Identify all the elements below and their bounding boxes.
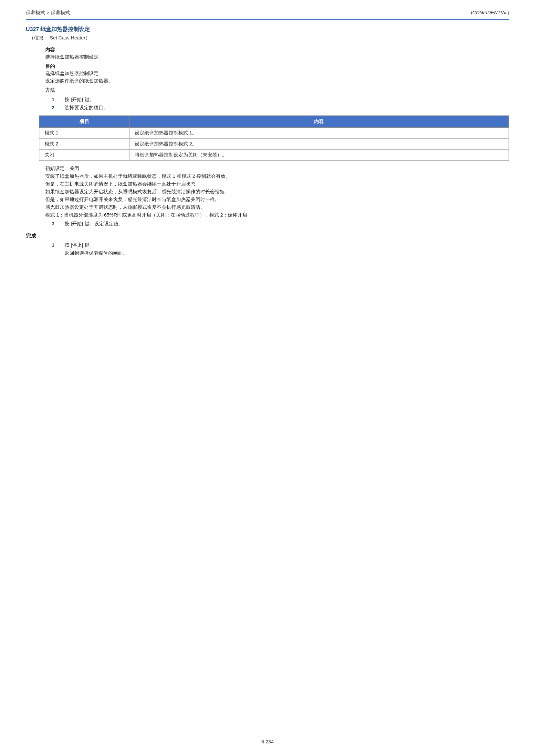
section-subtitle: （信息： Set Cass Heater） bbox=[29, 35, 509, 41]
method-block: 方法 bbox=[45, 87, 509, 93]
step-3-text: 按 [开始] 键。设定设定值。 bbox=[65, 221, 509, 227]
page-number: 6-234 bbox=[261, 739, 274, 744]
content-block: 内容 选择纸盒加热器控制设定。 bbox=[45, 47, 509, 60]
table-header-content: 内容 bbox=[129, 116, 509, 128]
content-text: 选择纸盒加热器控制设定。 bbox=[45, 54, 509, 60]
complete-step-1: 1 按 [停止] 键。 bbox=[52, 242, 509, 248]
confidential-label: [CONFIDENTIAL] bbox=[471, 10, 509, 15]
purpose-block: 目的 选择纸盒加热器控制设定 设定选购件纸盒的纸盒加热器。 bbox=[45, 63, 509, 84]
note-2: 但是，在主机电源关闭的情况下，纸盒加热器会继续一直处于开启状态。 bbox=[45, 181, 509, 187]
table-row: 关闭 将纸盒加热器控制设定为关闭（未安装）。 bbox=[40, 150, 509, 160]
note-3: 如果纸盒加热器设定为开启状态，从睡眠模式恢复后，感光鼓清洁操作的时长会缩短。 bbox=[45, 189, 509, 195]
settings-table: 项目 内容 模式 1 设定纸盒加热器控制模式 1。 模式 2 设定纸盒加热器控制… bbox=[39, 116, 509, 160]
content-label: 内容 bbox=[45, 47, 509, 53]
top-bar: 保养模式 > 保养模式 [CONFIDENTIAL] bbox=[26, 10, 509, 16]
breadcrumb: 保养模式 > 保养模式 bbox=[26, 10, 70, 16]
step-3: 3 按 [开始] 键。设定设定值。 bbox=[52, 221, 509, 227]
table-row: 模式 1 设定纸盒加热器控制模式 1。 bbox=[40, 128, 509, 139]
section-title: U327 纸盒加热器控制设定 bbox=[26, 25, 509, 33]
table-cell-content-1: 设定纸盒加热器控制模式 1。 bbox=[129, 128, 509, 139]
step-1: 1 按 [开始] 键。 bbox=[52, 97, 509, 103]
complete-label: 完成 bbox=[26, 233, 36, 239]
purpose-line-1: 选择纸盒加热器控制设定 bbox=[45, 71, 509, 76]
note-4: 但是，如果通过打开电源开关来恢复，感光鼓清洁时长与纸盒加热器关闭时一样。 bbox=[45, 196, 509, 203]
complete-note-block: 返回到选择保养编号的画面。 bbox=[65, 250, 509, 256]
complete-step-1-text: 按 [停止] 键。 bbox=[65, 242, 509, 248]
top-divider bbox=[26, 19, 509, 20]
table-cell-item-1: 模式 1 bbox=[40, 128, 129, 139]
table-header-item: 项目 bbox=[40, 116, 129, 128]
table-cell-content-2: 设定纸盒加热器控制模式 2。 bbox=[129, 139, 509, 150]
note-0: 初始设定：关闭 bbox=[45, 165, 509, 172]
step-2: 2 选择要设定的项目。 bbox=[52, 105, 509, 111]
step-1-num: 1 bbox=[52, 97, 65, 102]
table-cell-item-2: 模式 2 bbox=[40, 139, 129, 150]
purpose-label: 目的 bbox=[45, 63, 509, 70]
note-5: 感光鼓加热器设定处于开启状态时，从睡眠模式恢复不会执行感光鼓清洁。 bbox=[45, 204, 509, 210]
step-1-text: 按 [开始] 键。 bbox=[65, 97, 509, 103]
table-cell-item-3: 关闭 bbox=[40, 150, 129, 160]
step-3-num: 3 bbox=[52, 221, 65, 226]
note-6: 模式 1：当机器外部湿度为 65%RH 或更高时开启（关闭：在驱动过程中），模式… bbox=[45, 212, 509, 218]
table-row: 模式 2 设定纸盒加热器控制模式 2。 bbox=[40, 139, 509, 150]
method-label: 方法 bbox=[45, 87, 509, 93]
settings-table-container: 项目 内容 模式 1 设定纸盒加热器控制模式 1。 模式 2 设定纸盒加热器控制… bbox=[39, 115, 509, 161]
complete-step-1-num: 1 bbox=[52, 242, 65, 247]
purpose-line-2: 设定选购件纸盒的纸盒加热器。 bbox=[45, 78, 509, 84]
note-1: 安装了纸盒加热器后，如果主机处于就绪或睡眠状态，模式 1 和模式 2 控制就会有… bbox=[45, 173, 509, 179]
step-2-text: 选择要设定的项目。 bbox=[65, 105, 509, 111]
table-cell-content-3: 将纸盒加热器控制设定为关闭（未安装）。 bbox=[129, 150, 509, 160]
page-wrapper: 保养模式 > 保养模式 [CONFIDENTIAL] U327 纸盒加热器控制设… bbox=[0, 0, 535, 756]
notes-block: 初始设定：关闭 安装了纸盒加热器后，如果主机处于就绪或睡眠状态，模式 1 和模式… bbox=[45, 165, 509, 218]
complete-note: 返回到选择保养编号的画面。 bbox=[65, 250, 509, 256]
step-2-num: 2 bbox=[52, 105, 65, 110]
